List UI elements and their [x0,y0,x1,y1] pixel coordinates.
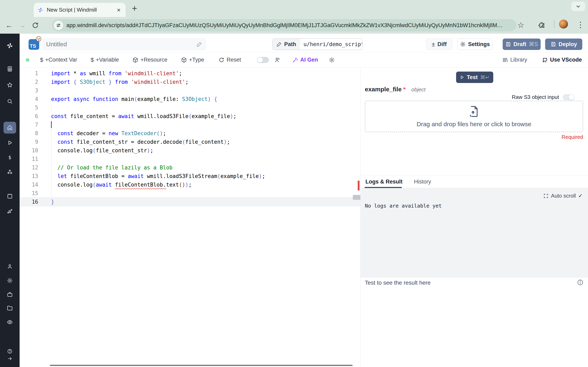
url-text[interactable]: app.windmill.dev/scripts/add#JTdCJTIyaGF… [66,22,505,29]
code-lines[interactable]: 1import * as wmill from 'windmill-client… [20,69,360,206]
new-tab-icon[interactable]: + [132,3,137,13]
use-vscode-button[interactable]: Use VScode [541,57,582,63]
code-line-1[interactable]: 1import * as wmill from 'windmill-client… [20,69,360,78]
sidebar-item-search[interactable] [7,98,13,104]
test-panel: Test ⌘↵ example_file* object Raw S3 obje… [361,67,588,367]
code-line-6[interactable]: 6const file_content = await wmill.loadS3… [20,112,360,120]
site-info-button[interactable] [54,21,63,30]
add-variable-button[interactable]: $ +Variable [91,57,119,63]
file-dropzone[interactable]: Drag and drop files here or click to bro… [365,101,583,132]
back-button[interactable]: ← [4,21,14,30]
save-icon [505,42,511,47]
sidebar-item-home[interactable] [7,125,13,131]
home-icon [7,125,13,131]
test-button[interactable]: Test ⌘↵ [456,72,493,83]
package-icon [132,57,138,63]
apps-icon [7,66,13,72]
code-line-12[interactable]: 12 // Or load the file lazily as a Blob [20,163,360,172]
ai-gen-button[interactable]: AI Gen [292,57,318,63]
sidebar-item-runs[interactable] [7,140,13,146]
info-icon[interactable] [577,279,584,286]
code-line-9[interactable]: 9 const file_content_str = decoder.decod… [20,138,360,146]
file-upload-icon [468,105,480,117]
sidebar-item-audit-logs[interactable] [7,319,13,325]
add-type-button[interactable]: +Type [181,57,204,63]
add-context-var-button[interactable]: $ +Context Var [40,57,77,63]
reset-button[interactable]: Reset [218,57,241,63]
sidebar-item-collapse-arrow[interactable] [7,356,12,361]
windmill-script-editor-window: New Script | Windmill × + ← → [0,0,588,367]
line-content: } [51,199,54,205]
library-button[interactable]: Library [502,57,527,63]
profile-avatar[interactable] [559,20,568,29]
line-number: 5 [20,105,38,111]
param-name: example_file [365,86,402,93]
horizontal-scrollbar[interactable] [50,365,353,366]
emoji-badge-icon [36,36,41,42]
line-number: 8 [20,130,38,136]
save-draft-button[interactable]: Draft ⌘S [503,39,541,50]
sidebar-item-folders[interactable] [7,305,13,311]
chrome-separator [554,20,554,28]
code-line-7[interactable]: 7 [20,120,360,129]
multiplayer-icon[interactable] [274,57,281,63]
code-line-11[interactable]: 11 [20,155,360,163]
code-line-13[interactable]: 13 let fileContentBlob = await wmill.loa… [20,172,360,180]
url-bar[interactable]: app.windmill.dev/scripts/add#JTdCJTIyaGF… [52,19,517,31]
line-content: const file_content = await wmill.loadS3F… [51,113,236,119]
line-content: const decoder = new TextDecoder(); [51,130,166,136]
sidebar-item-apps[interactable] [7,66,13,72]
code-line-10[interactable]: 10 console.log(file_content_str); [20,146,360,155]
bookmark-star-icon[interactable]: ☆ [517,21,524,30]
extensions-puzzle-icon[interactable] [538,21,545,28]
edit-pencil-icon[interactable] [196,42,202,47]
library-icon [502,57,508,63]
code-line-16[interactable]: 16} [20,198,360,206]
tune-icon [56,23,61,28]
code-line-4[interactable]: 4export async function main(example_file… [20,95,360,103]
code-line-8[interactable]: 8 const decoder = new TextDecoder(); [20,129,360,138]
editor-settings-button[interactable] [329,57,335,63]
sidebar-item-star[interactable] [7,82,13,88]
path-chip[interactable]: Path u/henri/demo_script [272,38,363,50]
code-line-2[interactable]: 2import { S3Object } from 'windmill-clie… [20,78,360,86]
diff-mode-toggle[interactable] [257,57,269,63]
sidebar-item-flows[interactable] [7,208,13,214]
settings-button[interactable]: Settings [457,39,493,50]
line-number: 9 [20,139,38,145]
sidebar-item-workers[interactable] [7,291,13,298]
diff-button[interactable]: ± Diff [426,39,452,50]
auto-scroll-control[interactable]: Auto scroll ✓ [543,193,583,199]
tab-close-icon[interactable]: × [116,6,122,14]
tab-history[interactable]: History [414,179,431,185]
script-name-field[interactable]: Untitled [42,38,206,50]
line-content: export async function main(example_file:… [51,96,217,102]
forward-button[interactable]: → [17,21,27,30]
tab-logs-result[interactable]: Logs & Result [365,179,403,185]
browser-menu-icon[interactable]: ⋮ [577,20,584,29]
sidebar-item-user[interactable] [7,263,13,269]
raw-s3-toggle[interactable] [563,94,575,100]
browser-tab[interactable]: New Script | Windmill × [34,3,126,17]
chevron-down-icon [576,4,581,9]
reload-button[interactable] [32,22,39,29]
sidebar-item-settings[interactable] [7,277,13,284]
code-line-3[interactable]: 3 [20,86,360,95]
package-icon [181,57,187,63]
add-resource-label: +Resource [140,57,167,63]
windmill-favicon [37,7,43,13]
sidebar-item-variables[interactable]: $ [7,154,13,160]
logs-tabs: Logs & Result History [361,175,588,188]
deploy-button[interactable]: Deploy [545,39,582,50]
result-placeholder: Test to see the result here [365,280,431,286]
add-resource-button[interactable]: +Resource [132,57,167,63]
sidebar-item-resources[interactable] [7,169,13,175]
sidebar-item-windmill-logo[interactable] [6,42,13,49]
sidebar-item-help[interactable] [7,349,12,354]
check-icon: ✓ [578,193,583,199]
code-line-15[interactable]: 15 [20,189,360,198]
code-line-5[interactable]: 5 [20,103,360,112]
code-line-14[interactable]: 14 console.log(await fileContentBlob.tex… [20,180,360,189]
sidebar-item-schedules[interactable] [7,193,13,199]
tab-search-button[interactable] [571,2,585,11]
